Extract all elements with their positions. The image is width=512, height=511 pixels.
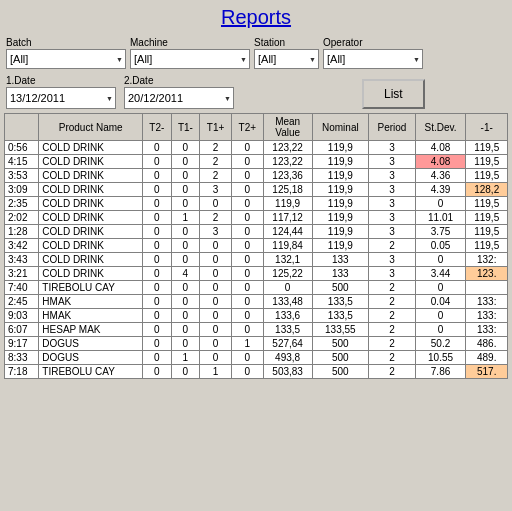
table-cell: 119,9	[312, 197, 369, 211]
table-cell: COLD DRINK	[39, 183, 143, 197]
table-cell: 119,9	[263, 197, 312, 211]
table-row: 4:15COLD DRINK0020123,22119,934.08119,5	[5, 155, 508, 169]
col-time	[5, 114, 39, 141]
table-cell: 2	[369, 295, 416, 309]
table-cell: 3:53	[5, 169, 39, 183]
table-cell: 0	[143, 281, 172, 295]
col-t2m: T2-	[143, 114, 172, 141]
table-row: 7:18TIREBOLU CAY0010503,8350027.86517.	[5, 365, 508, 379]
table-cell: 9:17	[5, 337, 39, 351]
table-cell: 4.39	[415, 183, 466, 197]
table-cell: 133:	[466, 309, 508, 323]
table-row: 8:33DOGUS0100493,8500210.55489.	[5, 351, 508, 365]
date2-select-wrapper[interactable]: 20/12/2011	[124, 87, 234, 109]
table-cell: 124,44	[263, 225, 312, 239]
table-cell: 2	[369, 365, 416, 379]
table-row: 7:40TIREBOLU CAY0000050020	[5, 281, 508, 295]
table-cell: TIREBOLU CAY	[39, 281, 143, 295]
table-cell: 0	[231, 281, 263, 295]
table-cell: 0	[200, 197, 232, 211]
table-cell: COLD DRINK	[39, 155, 143, 169]
table-cell: 133,6	[263, 309, 312, 323]
machine-filter: Machine [All]	[130, 37, 250, 69]
col-stdev: St.Dev.	[415, 114, 466, 141]
table-cell: 4.08	[415, 155, 466, 169]
table-cell: 0	[143, 197, 172, 211]
table-cell: 2	[369, 351, 416, 365]
table-cell: 133,48	[263, 295, 312, 309]
table-cell: 4:15	[5, 155, 39, 169]
table-cell: 0	[171, 253, 200, 267]
table-cell: 3	[369, 225, 416, 239]
col-t1p: T1+	[200, 114, 232, 141]
table-cell: 0	[171, 155, 200, 169]
table-cell: 3	[369, 211, 416, 225]
table-cell: 500	[312, 351, 369, 365]
table-row: 3:53COLD DRINK0020123,36119,934.36119,5	[5, 169, 508, 183]
operator-select[interactable]: [All]	[323, 49, 423, 69]
table-cell: 0	[200, 295, 232, 309]
date2-select[interactable]: 20/12/2011	[124, 87, 234, 109]
table-cell: 3:42	[5, 239, 39, 253]
table-cell: 0	[143, 155, 172, 169]
station-select-wrapper[interactable]: [All]	[254, 49, 319, 69]
machine-select[interactable]: [All]	[130, 49, 250, 69]
machine-select-wrapper[interactable]: [All]	[130, 49, 250, 69]
table-cell: 133,5	[312, 295, 369, 309]
table-cell: 2	[200, 155, 232, 169]
table-cell: 117,12	[263, 211, 312, 225]
table-cell: 0	[143, 295, 172, 309]
date2-label: 2.Date	[124, 75, 234, 86]
table-cell: 493,8	[263, 351, 312, 365]
table-cell: 133,55	[312, 323, 369, 337]
table-cell: 9:03	[5, 309, 39, 323]
table-cell: 0	[200, 281, 232, 295]
table-cell: 2	[200, 211, 232, 225]
table-row: 9:03HMAK0000133,6133,520133:	[5, 309, 508, 323]
table-cell: 0	[200, 323, 232, 337]
table-cell: 3	[369, 169, 416, 183]
table-cell: 0	[143, 253, 172, 267]
date1-select-wrapper[interactable]: 13/12/2011	[6, 87, 116, 109]
table-cell: 0	[171, 365, 200, 379]
list-button[interactable]: List	[362, 79, 425, 109]
table-cell: 0.04	[415, 295, 466, 309]
table-cell: 0	[200, 253, 232, 267]
table-cell: 0	[200, 267, 232, 281]
table-cell: 132:	[466, 253, 508, 267]
col-mean: MeanValue	[263, 114, 312, 141]
table-cell: 3	[369, 267, 416, 281]
station-select[interactable]: [All]	[254, 49, 319, 69]
table-cell: COLD DRINK	[39, 267, 143, 281]
table-row: 2:35COLD DRINK0000119,9119,930119,5	[5, 197, 508, 211]
table-cell: 3:21	[5, 267, 39, 281]
table-cell: 0	[143, 225, 172, 239]
table-cell: 0	[231, 197, 263, 211]
table-cell: HMAK	[39, 295, 143, 309]
table-cell: 3.75	[415, 225, 466, 239]
batch-select[interactable]: [All]	[6, 49, 126, 69]
date2-group: 2.Date 20/12/2011	[124, 75, 234, 109]
table-cell: 3	[369, 197, 416, 211]
table-cell: 1	[200, 365, 232, 379]
table-row: 3:43COLD DRINK0000132,113330132:	[5, 253, 508, 267]
table-cell: 486.	[466, 337, 508, 351]
table-cell: 489.	[466, 351, 508, 365]
table-row: 3:09COLD DRINK0030125,18119,934.39128,2	[5, 183, 508, 197]
table-cell: COLD DRINK	[39, 211, 143, 225]
table-cell: 7:18	[5, 365, 39, 379]
batch-label: Batch	[6, 37, 126, 48]
table-cell: 0	[231, 365, 263, 379]
table-cell: 132,1	[263, 253, 312, 267]
date1-select[interactable]: 13/12/2011	[6, 87, 116, 109]
table-row: 2:02COLD DRINK0120117,12119,9311.01119,5	[5, 211, 508, 225]
table-cell: 0	[143, 239, 172, 253]
col-last: -1-	[466, 114, 508, 141]
table-cell: 6:07	[5, 323, 39, 337]
batch-select-wrapper[interactable]: [All]	[6, 49, 126, 69]
table-cell: 0	[231, 309, 263, 323]
operator-select-wrapper[interactable]: [All]	[323, 49, 423, 69]
page-title: Reports	[221, 6, 291, 28]
table-cell: 0	[231, 267, 263, 281]
table-cell: 0	[171, 309, 200, 323]
